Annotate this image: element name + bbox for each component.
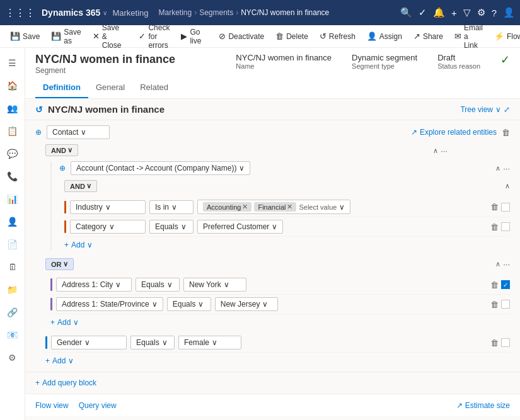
category-checkbox[interactable] [501,222,510,231]
explore-related-button[interactable]: ↗ Explore related entities [411,128,497,137]
industry-tag-accounting-remove[interactable]: ✕ [242,203,248,211]
or-add-label: Add [57,318,71,327]
refresh-button[interactable]: ↺ Refresh [315,29,361,43]
gender-checkbox[interactable] [501,338,510,347]
sidebar-settings-icon[interactable]: ⚙ [3,348,23,368]
view-toggle[interactable]: Tree view ∨ ⤢ [460,105,510,114]
sidebar-calendar-icon[interactable]: 🗓 [3,257,23,277]
state-type-bar [50,298,52,310]
gender-operator-chevron: ∨ [162,338,168,347]
industry-controls: 🗑 [490,202,510,212]
sidebar-reports-icon[interactable]: 📊 [3,189,23,209]
estimate-label: Estimate size [465,401,510,410]
user-icon[interactable]: 👤 [503,7,515,18]
city-delete-icon[interactable]: 🗑 [490,280,499,290]
waffle-icon[interactable]: ⋮⋮⋮ [5,7,35,19]
sidebar-email-icon[interactable]: 📧 [3,325,23,345]
save-close-button[interactable]: ✕ Save & Close [88,21,127,52]
state-delete-icon[interactable]: 🗑 [490,300,499,309]
deactivate-button[interactable]: ⊘ Deactivate [214,29,269,43]
go-live-button[interactable]: ▶ Go live [176,25,206,48]
estimate-size-button[interactable]: ↗ Estimate size [456,401,510,410]
view-toggle-label: Tree view [460,105,493,114]
nav-marketing[interactable]: Marketing [112,8,148,18]
sidebar-home-icon[interactable]: 🏠 [3,76,23,96]
or-add-button[interactable]: + Add ∨ [50,317,79,328]
delete-button[interactable]: 🗑 Delete [270,29,313,43]
state-operator-select[interactable]: Equals ∨ [167,297,211,311]
industry-tag-financial-remove[interactable]: ✕ [287,203,292,211]
account-entity-select[interactable]: Account (Contact -> Account (Company Nam… [71,161,250,175]
and-collapse-icon[interactable]: ∧ [433,147,438,155]
assign-button[interactable]: 👤 Assign [362,29,407,43]
sidebar-contacts-icon[interactable]: 👥 [3,98,23,118]
plus-icon[interactable]: + [451,8,457,18]
sidebar-link-icon[interactable]: 🔗 [3,302,23,322]
state-checkbox[interactable] [501,300,510,309]
add-query-block-button[interactable]: + Add query block [35,377,96,389]
nested-and-operator[interactable]: AND ∨ [64,180,97,192]
city-operator-select[interactable]: Equals ∨ [136,278,180,292]
account-add-button[interactable]: + Add ∨ [64,239,93,251]
sidebar-folder-icon[interactable]: 📁 [3,280,23,300]
and-operator[interactable]: AND ∨ [45,144,78,156]
check-errors-button[interactable]: ✓ Check for errors [134,21,175,52]
root-add-button[interactable]: + Add ∨ [45,355,74,366]
account-more-icon[interactable]: ··· [503,164,510,173]
sidebar-phone-icon[interactable]: 📞 [3,166,23,186]
go-live-label: Go live [190,28,201,45]
account-collapse-icon[interactable]: ∧ [495,164,500,173]
category-operator-select[interactable]: Equals ∨ [149,220,194,234]
tab-definition[interactable]: Definition [35,77,88,98]
help-icon[interactable]: ? [492,8,497,18]
nav-icons: 🔍 ✓ 🔔 + ▽ ⚙ ? 👤 [400,7,515,18]
or-more-icon[interactable]: ··· [503,259,510,269]
and-more-icon[interactable]: ··· [441,146,448,156]
flow-button[interactable]: ⚡ Flow [489,29,520,43]
settings-icon[interactable]: ⚙ [477,7,485,18]
industry-field-select[interactable]: Industry ∨ [70,200,146,214]
filter-icon[interactable]: ▽ [463,7,471,18]
gender-field-select[interactable]: Gender ∨ [51,336,127,349]
industry-select-value[interactable]: Select value [299,203,337,211]
sidebar-list-icon[interactable]: 📋 [3,121,23,141]
category-delete-icon[interactable]: 🗑 [490,222,499,232]
tab-general[interactable]: General [88,77,132,98]
industry-delete-icon[interactable]: 🗑 [490,202,499,212]
breadcrumb-segments[interactable]: Segments [199,8,233,17]
state-field-label: Address 1: State/Province [62,300,149,309]
or-collapse-icon[interactable]: ∧ [495,260,500,268]
account-icon: ⊕ [59,164,66,173]
gender-delete-icon[interactable]: 🗑 [490,338,499,348]
nested-and-collapse-icon[interactable]: ∧ [505,182,510,190]
city-field-select[interactable]: Address 1: City ∨ [56,278,132,292]
breadcrumb-marketing[interactable]: Marketing [158,8,192,17]
refresh-label: Refresh [329,32,355,41]
sidebar-person-icon[interactable]: 👤 [3,212,23,232]
flow-view-button[interactable]: Flow view [35,401,69,410]
city-checkbox[interactable]: ✓ [501,280,510,289]
tab-related[interactable]: Related [132,77,176,98]
sidebar-doc-icon[interactable]: 📄 [3,234,23,254]
expand-icon[interactable]: ⤢ [504,105,510,114]
gender-operator-select[interactable]: Equals ∨ [130,336,175,349]
app-chevron-icon[interactable]: ∨ [103,9,107,16]
save-as-button[interactable]: 💾 Save as [46,25,86,48]
entity-select[interactable]: Contact ∨ [47,125,110,139]
sidebar-menu-icon[interactable]: ☰ [3,53,23,73]
bell-icon[interactable]: 🔔 [433,7,445,18]
industry-operator-select[interactable]: Is in ∨ [149,200,194,214]
page-title-block: NYC/NJ women in finance Segment [35,53,175,75]
category-field-select[interactable]: Category ∨ [70,220,146,234]
entity-delete-icon[interactable]: 🗑 [502,128,510,137]
save-button[interactable]: 💾 Save [5,29,45,43]
query-view-button[interactable]: Query view [79,401,117,410]
industry-checkbox[interactable] [501,203,510,212]
email-link-button[interactable]: ✉ Email a Link [449,21,488,52]
or-operator[interactable]: OR ∨ [45,258,74,270]
share-button[interactable]: ↗ Share [408,29,448,43]
state-field-select[interactable]: Address 1: State/Province ∨ [56,297,163,311]
search-icon[interactable]: 🔍 [400,7,412,18]
check-icon[interactable]: ✓ [419,7,427,18]
sidebar-chat-icon[interactable]: 💬 [3,144,23,164]
